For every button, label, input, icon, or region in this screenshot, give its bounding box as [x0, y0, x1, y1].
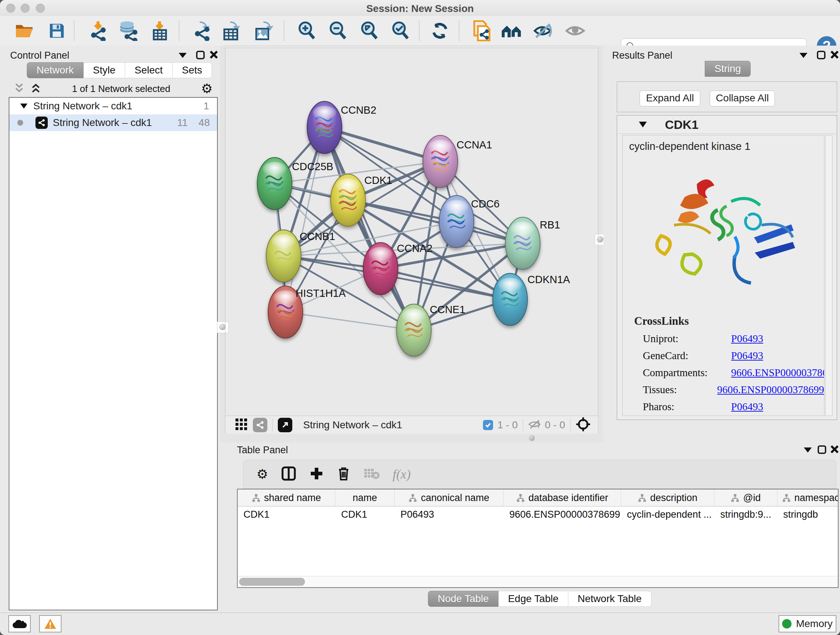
scrollbar-thumb[interactable] — [239, 578, 305, 586]
delete-table-icon[interactable] — [363, 467, 379, 481]
show-all-button[interactable] — [500, 19, 524, 42]
tab-network[interactable]: Network — [27, 62, 84, 78]
network-node-ccne1[interactable] — [396, 304, 431, 356]
crosslink-link[interactable]: P06493 — [731, 333, 763, 345]
show-hidden-button[interactable] — [564, 19, 587, 42]
refresh-button[interactable] — [428, 19, 452, 42]
collapse-all-button[interactable]: Collapse All — [710, 90, 775, 106]
open-session-button[interactable] — [13, 19, 36, 42]
export-table-button[interactable] — [219, 19, 243, 42]
crosslink-link[interactable]: 9606.ENSP00000378699 — [717, 384, 824, 396]
tab-network-table[interactable]: Network Table — [568, 591, 652, 607]
network-collection-row[interactable]: String Network – cdk1 1 — [9, 98, 217, 114]
table-horizontal-scrollbar[interactable] — [238, 576, 838, 587]
expand-all-tree-icon[interactable] — [30, 82, 41, 95]
network-node-cdc6[interactable] — [439, 195, 474, 248]
network-node-ccna1[interactable] — [423, 135, 458, 187]
import-network-file-button[interactable] — [87, 19, 111, 42]
zoom-fit-button[interactable] — [357, 19, 381, 42]
first-neighbors-button[interactable] — [470, 19, 493, 42]
network-edge[interactable] — [381, 269, 510, 299]
panel-menu-icon[interactable] — [799, 51, 808, 60]
close-panel-icon[interactable] — [830, 50, 839, 61]
zoom-in-button[interactable] — [294, 19, 318, 42]
right-splitter[interactable] — [598, 46, 603, 442]
float-panel-icon[interactable] — [817, 445, 827, 456]
close-panel-icon[interactable] — [830, 445, 839, 455]
crosslink-label: GeneCard: — [643, 350, 704, 362]
section-expander-icon[interactable] — [638, 121, 647, 128]
network-canvas[interactable]: CCNB2CCNA1CDC25BCDK1CDC6RB1CCNB1CCNA2CDK… — [225, 48, 598, 416]
expand-all-button[interactable]: Expand All — [639, 90, 700, 106]
tab-select[interactable]: Select — [125, 62, 172, 78]
import-network-database-button[interactable] — [117, 19, 141, 42]
network-node-cdk1[interactable] — [331, 174, 365, 226]
cloud-button[interactable] — [8, 615, 31, 632]
table-cell[interactable]: CDK1 — [335, 509, 395, 520]
column-header-databaseidentifier[interactable]: database identifier — [504, 489, 621, 506]
node-table[interactable]: shared namenamecanonical namedatabase id… — [237, 489, 838, 588]
network-row-selected[interactable]: String Network – cdk1 11 48 — [9, 114, 217, 131]
hide-selected-button[interactable] — [532, 19, 556, 42]
table-cell[interactable]: CDK1 — [238, 509, 335, 520]
network-edge[interactable] — [286, 312, 414, 330]
network-options-gear-icon[interactable]: ⚙ — [201, 82, 213, 95]
panel-menu-icon[interactable] — [178, 51, 187, 60]
birdseye-crosshair-icon[interactable] — [576, 417, 591, 433]
crosslink-link[interactable]: 9606.ENSP00000378699 — [731, 367, 824, 379]
network-icon-badge[interactable] — [253, 418, 267, 432]
show-columns-icon[interactable] — [281, 466, 296, 483]
network-node-rb1[interactable] — [505, 217, 540, 269]
zoom-selected-button[interactable] — [388, 19, 412, 42]
crosslink-link[interactable]: P06493 — [731, 350, 763, 362]
save-session-button[interactable] — [45, 19, 69, 42]
network-node-cdc25b[interactable] — [257, 157, 292, 210]
open-external-icon[interactable] — [278, 418, 292, 432]
float-panel-icon[interactable] — [816, 50, 826, 62]
column-header-sharedname[interactable]: shared name — [238, 489, 335, 506]
delete-column-icon[interactable] — [337, 466, 351, 483]
table-options-gear-icon[interactable]: ⚙ — [256, 468, 268, 481]
function-builder-icon[interactable]: f(x) — [393, 467, 411, 482]
memory-button[interactable]: Memory — [778, 615, 836, 632]
table-cell[interactable]: cyclin-dependent ... — [621, 509, 714, 520]
network-node-cdkn1a[interactable] — [493, 273, 527, 325]
network-node-ccnb1[interactable] — [266, 230, 301, 282]
column-header-description[interactable]: description — [621, 489, 714, 506]
bottom-splitter-handle[interactable] — [529, 435, 535, 441]
results-scrollbar[interactable] — [825, 135, 832, 416]
collapse-all-tree-icon[interactable] — [14, 82, 25, 95]
selected-checkbox-icon[interactable] — [483, 420, 493, 430]
protein-section-header[interactable]: CDK1 — [617, 116, 837, 134]
add-column-icon[interactable] — [309, 466, 324, 482]
warnings-button[interactable] — [39, 615, 62, 632]
tab-style[interactable]: Style — [84, 62, 125, 78]
network-node-ccna2[interactable] — [363, 242, 398, 295]
column-header-namespace[interactable]: namespace — [777, 489, 838, 506]
tab-string-results[interactable]: String — [705, 61, 751, 77]
column-header-id[interactable]: @id — [714, 489, 777, 506]
table-cell[interactable]: stringdb:9... — [714, 509, 777, 520]
zoom-out-button[interactable] — [325, 19, 349, 42]
column-header-canonicalname[interactable]: canonical name — [395, 489, 504, 506]
close-panel-icon[interactable] — [209, 50, 218, 61]
network-edge[interactable] — [325, 127, 414, 330]
import-table-button[interactable] — [148, 19, 172, 42]
grid-view-icon[interactable] — [235, 418, 248, 432]
tab-sets[interactable]: Sets — [172, 62, 212, 78]
table-cell[interactable]: P06493 — [395, 509, 504, 520]
table-cell[interactable]: stringdb — [777, 509, 838, 520]
tab-node-table[interactable]: Node Table — [428, 591, 499, 607]
table-cell[interactable]: 9606.ENSP00000378699 — [504, 509, 621, 520]
column-header-name[interactable]: name — [335, 489, 395, 506]
network-node-ccnb2[interactable] — [307, 101, 342, 154]
left-splitter[interactable] — [220, 46, 225, 442]
table-row[interactable]: CDK1CDK1P064939606.ENSP00000378699cyclin… — [238, 507, 838, 523]
crosslink-link[interactable]: P06493 — [731, 401, 763, 413]
export-image-button[interactable] — [251, 19, 275, 42]
float-panel-icon[interactable] — [195, 50, 205, 62]
tab-edge-table[interactable]: Edge Table — [499, 591, 568, 607]
export-network-button[interactable] — [191, 19, 215, 42]
collection-expander-icon[interactable] — [19, 103, 28, 109]
panel-menu-icon[interactable] — [803, 446, 813, 455]
